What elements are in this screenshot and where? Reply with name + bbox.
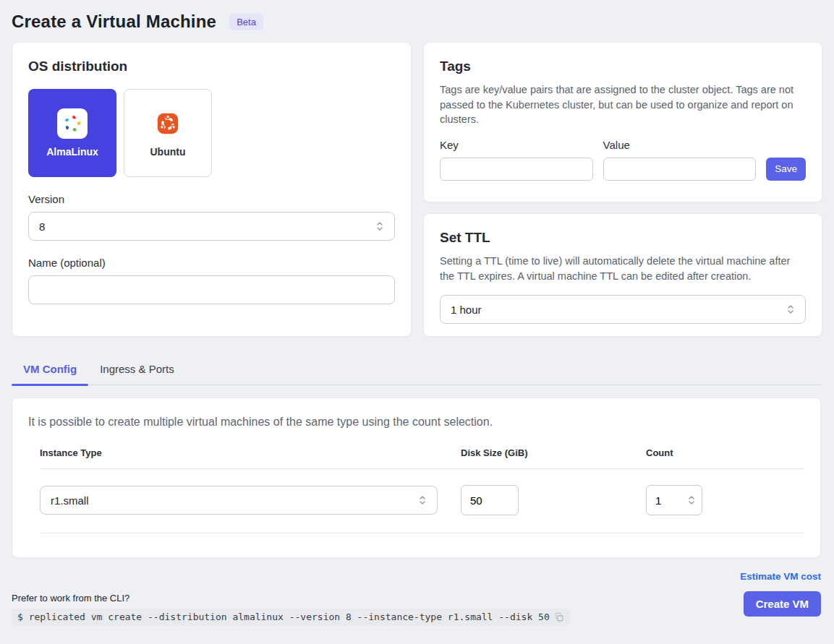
copy-icon [554,612,564,622]
instance-type-select[interactable]: r1.small [40,486,438,515]
cli-block: Prefer to work from the CLI? $ replicate… [12,593,570,625]
ubuntu-logo-icon [153,108,183,139]
tab-ingress-ports[interactable]: Ingress & Ports [88,356,186,385]
save-tag-button[interactable]: Save [766,158,806,181]
tag-key-input[interactable] [440,158,593,181]
version-select[interactable]: 8 [28,212,395,241]
tags-description: Tags are key/value pairs that are assign… [440,82,806,127]
tags-form: Key Value Save [440,139,806,181]
table-divider [40,468,804,469]
count-stepper[interactable] [646,485,702,515]
os-tile-almalinux-label: AlmaLinux [46,146,98,158]
top-cards-grid: OS distribution AlmaLinux [12,42,821,337]
set-ttl-description: Setting a TTL (time to live) will automa… [440,254,806,283]
os-tile-ubuntu[interactable]: Ubuntu [124,89,212,177]
right-column: Tags Tags are key/value pairs that are a… [423,42,822,337]
almalinux-logo-icon [57,108,88,139]
tag-key-label: Key [440,139,593,151]
config-tabs: VM Config Ingress & Ports [12,356,821,385]
cli-command: $ replicated vm create --distribution al… [12,609,570,625]
chevron-updown-icon [418,494,427,507]
version-label: Version [28,193,395,205]
copy-button[interactable] [554,612,564,622]
os-tile-ubuntu-label: Ubuntu [150,146,186,158]
chevron-updown-icon [375,220,384,233]
column-instance-type: Instance Type [40,447,461,458]
create-vm-button[interactable]: Create VM [744,591,821,617]
row-divider [40,533,804,533]
ttl-select[interactable]: 1 hour [440,295,806,324]
beta-badge: Beta [229,14,263,30]
set-ttl-title: Set TTL [440,230,806,246]
cli-command-text: $ replicated vm create --distribution al… [17,611,550,622]
tags-card: Tags Tags are key/value pairs that are a… [423,42,822,202]
os-distribution-title: OS distribution [28,59,395,74]
count-input[interactable] [655,494,687,507]
footer: Prefer to work from the CLI? $ replicate… [12,571,821,625]
page-header: Create a Virtual Machine Beta [12,10,821,42]
os-distribution-card: OS distribution AlmaLinux [12,42,412,337]
footer-actions: Estimate VM cost Create VM [740,571,821,625]
column-disk-size: Disk Size (GiB) [461,447,646,458]
os-tiles: AlmaLinux Ubuntu [28,89,395,177]
tag-value-label: Value [603,139,757,151]
disk-size-input[interactable] [461,485,519,515]
vm-table-row: r1.small [40,485,804,515]
chevron-updown-icon [786,303,795,316]
os-tile-almalinux[interactable]: AlmaLinux [28,89,116,177]
instance-type-value: r1.small [51,494,89,507]
tab-vm-config[interactable]: VM Config [12,356,88,385]
name-label: Name (optional) [28,257,395,269]
column-count: Count [646,447,804,458]
vm-table-header: Instance Type Disk Size (GiB) Count [40,447,804,458]
version-select-value: 8 [39,220,45,233]
tags-title: Tags [440,59,806,74]
estimate-vm-cost-link[interactable]: Estimate VM cost [740,571,821,582]
tag-value-input[interactable] [603,158,757,181]
chevron-updown-icon [687,494,696,507]
vm-name-input[interactable] [28,275,395,304]
vm-config-description: It is possible to create multiple virtua… [28,416,804,429]
page-title: Create a Virtual Machine [12,12,216,32]
ttl-select-value: 1 hour [451,304,482,316]
cli-prompt: Prefer to work from the CLI? [12,593,570,604]
set-ttl-card: Set TTL Setting a TTL (time to live) wil… [423,213,822,337]
vm-config-card: It is possible to create multiple virtua… [12,398,821,558]
